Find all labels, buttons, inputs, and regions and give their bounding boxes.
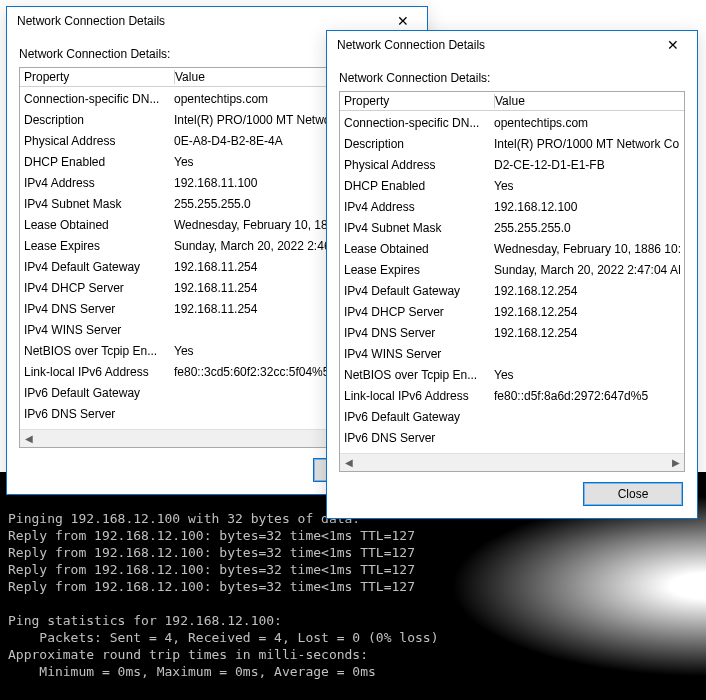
property-cell: Lease Obtained [344, 241, 494, 258]
table-row[interactable]: Lease ObtainedWednesday, February 10, 18… [340, 239, 684, 260]
value-cell: Yes [494, 367, 680, 384]
table-row[interactable]: Physical AddressD2-CE-12-D1-E1-FB [340, 155, 684, 176]
property-cell: IPv6 DNS Server [24, 406, 174, 423]
table-row[interactable]: Connection-specific DN...opentechtips.co… [340, 113, 684, 134]
value-cell: 192.168.12.254 [494, 283, 680, 300]
value-cell [494, 430, 680, 447]
property-cell: Physical Address [344, 157, 494, 174]
table-row[interactable]: DHCP EnabledYes [340, 176, 684, 197]
details-list[interactable]: Property Value Connection-specific DN...… [339, 91, 685, 472]
value-cell: Yes [494, 178, 680, 195]
property-cell: Link-local IPv6 Address [344, 388, 494, 405]
property-cell: IPv4 Subnet Mask [24, 196, 174, 213]
table-row[interactable]: IPv4 Default Gateway192.168.12.254 [340, 281, 684, 302]
property-cell: DHCP Enabled [24, 154, 174, 171]
value-cell [494, 409, 680, 426]
value-cell: 192.168.12.100 [494, 199, 680, 216]
window-title: Network Connection Details [17, 14, 383, 28]
table-row[interactable]: IPv4 Address192.168.12.100 [340, 197, 684, 218]
property-cell: Lease Expires [344, 262, 494, 279]
subheader: Network Connection Details: [339, 71, 685, 85]
property-cell: IPv6 Default Gateway [24, 385, 174, 402]
property-cell: IPv4 DHCP Server [344, 304, 494, 321]
property-cell: DHCP Enabled [344, 178, 494, 195]
value-cell: Intel(R) PRO/1000 MT Network Connecti [494, 136, 680, 153]
value-cell: Sunday, March 20, 2022 2:47:04 AM [494, 262, 680, 279]
property-cell: IPv4 DNS Server [344, 325, 494, 342]
value-cell: opentechtips.com [494, 115, 680, 132]
value-cell: 255.255.255.0 [494, 220, 680, 237]
table-row[interactable]: IPv4 WINS Server [340, 344, 684, 365]
property-cell: NetBIOS over Tcpip En... [24, 343, 174, 360]
network-details-dialog-2: Network Connection Details ✕ Network Con… [326, 30, 698, 519]
window-title: Network Connection Details [337, 38, 653, 52]
property-cell: NetBIOS over Tcpip En... [344, 367, 494, 384]
property-cell: IPv6 DNS Server [344, 430, 494, 447]
close-button[interactable]: Close [583, 482, 683, 506]
column-property[interactable]: Property [344, 94, 495, 108]
table-row[interactable]: NetBIOS over Tcpip En...Yes [340, 365, 684, 386]
property-cell: Lease Obtained [24, 217, 174, 234]
scroll-right-icon[interactable]: ▶ [667, 454, 684, 471]
column-property[interactable]: Property [24, 70, 175, 84]
value-cell: 192.168.12.254 [494, 304, 680, 321]
property-cell: IPv4 WINS Server [24, 322, 174, 339]
column-value[interactable]: Value [495, 94, 680, 108]
value-cell: Wednesday, February 10, 1886 10:18:49 [494, 241, 680, 258]
table-row[interactable]: IPv4 DNS Server192.168.12.254 [340, 323, 684, 344]
list-rows-2: Connection-specific DN...opentechtips.co… [340, 111, 684, 449]
property-cell: IPv4 Default Gateway [24, 259, 174, 276]
property-cell: IPv4 WINS Server [344, 346, 494, 363]
property-cell: IPv4 Default Gateway [344, 283, 494, 300]
table-row[interactable]: Link-local IPv6 Addressfe80::d5f:8a6d:29… [340, 386, 684, 407]
titlebar[interactable]: Network Connection Details ✕ [327, 31, 697, 59]
property-cell: Description [344, 136, 494, 153]
property-cell: IPv4 Subnet Mask [344, 220, 494, 237]
close-icon[interactable]: ✕ [653, 32, 693, 58]
property-cell: Description [24, 112, 174, 129]
property-cell: IPv4 Address [24, 175, 174, 192]
property-cell: IPv4 Address [344, 199, 494, 216]
property-cell: Lease Expires [24, 238, 174, 255]
scroll-left-icon[interactable]: ◀ [340, 454, 357, 471]
value-cell: D2-CE-12-D1-E1-FB [494, 157, 680, 174]
property-cell: Connection-specific DN... [24, 91, 174, 108]
table-row[interactable]: IPv4 Subnet Mask255.255.255.0 [340, 218, 684, 239]
table-row[interactable]: IPv6 DNS Server [340, 428, 684, 449]
horizontal-scrollbar[interactable]: ◀ ▶ [340, 453, 684, 471]
property-cell: Connection-specific DN... [344, 115, 494, 132]
value-cell [494, 346, 680, 363]
table-row[interactable]: Lease ExpiresSunday, March 20, 2022 2:47… [340, 260, 684, 281]
property-cell: Physical Address [24, 133, 174, 150]
table-row[interactable]: IPv6 Default Gateway [340, 407, 684, 428]
property-cell: IPv4 DNS Server [24, 301, 174, 318]
table-row[interactable]: DescriptionIntel(R) PRO/1000 MT Network … [340, 134, 684, 155]
scroll-left-icon[interactable]: ◀ [20, 430, 37, 447]
list-header: Property Value [340, 92, 684, 111]
property-cell: IPv6 Default Gateway [344, 409, 494, 426]
property-cell: IPv4 DHCP Server [24, 280, 174, 297]
value-cell: fe80::d5f:8a6d:2972:647d%5 [494, 388, 680, 405]
table-row[interactable]: IPv4 DHCP Server192.168.12.254 [340, 302, 684, 323]
property-cell: Link-local IPv6 Address [24, 364, 174, 381]
value-cell: 192.168.12.254 [494, 325, 680, 342]
